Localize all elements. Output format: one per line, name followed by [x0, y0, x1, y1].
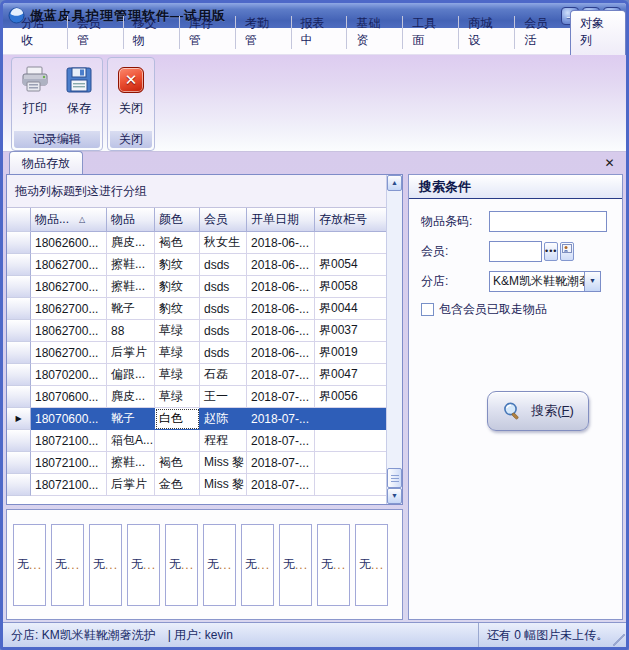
table-row[interactable]: ▶18070600...靴子白色赵陈2018-07-... — [7, 408, 386, 430]
grid-column-header-1[interactable]: 物品...△ — [31, 208, 107, 232]
grid-cell[interactable] — [315, 430, 386, 452]
grid-cell[interactable]: 界0054 — [315, 254, 386, 276]
group-by-band[interactable]: 拖动列标题到这进行分组 — [7, 175, 386, 208]
grid-cell[interactable]: dsds — [200, 298, 247, 320]
chevron-down-icon[interactable]: ▼ — [584, 272, 600, 291]
row-selector[interactable] — [7, 474, 31, 496]
save-button[interactable]: 保存 — [58, 60, 100, 128]
grid-cell[interactable]: 界0047 — [315, 364, 386, 386]
grid-cell[interactable]: 豹纹 — [155, 254, 200, 276]
grid-cell[interactable]: 2018-07-... — [247, 452, 315, 474]
table-row[interactable]: 18062700...靴子豹纹dsds2018-06-...界0044 — [7, 298, 386, 320]
grid-cell[interactable]: 草绿 — [155, 320, 200, 342]
grid-column-header-2[interactable]: 物品 — [107, 208, 155, 232]
grid-cell[interactable]: 麂皮... — [107, 232, 155, 254]
grid-cell[interactable]: 2018-07-... — [247, 386, 315, 408]
ribbon-tab-库存管[interactable]: 库存管 — [179, 11, 235, 54]
close-document-icon[interactable] — [602, 156, 617, 171]
grid-cell[interactable]: 白色 — [155, 408, 200, 430]
scroll-down-icon[interactable]: ▼ — [387, 488, 402, 504]
ribbon-tab-基础资[interactable]: 基础资 — [346, 11, 402, 54]
ribbon-tab-工具面[interactable]: 工具面 — [402, 11, 458, 54]
grid-cell[interactable]: 2018-07-... — [247, 364, 315, 386]
barcode-input[interactable] — [489, 211, 607, 232]
grid-cell[interactable]: 石磊 — [200, 364, 247, 386]
grid-cell[interactable]: 豹纹 — [155, 298, 200, 320]
grid-cell[interactable]: Miss 黎 — [200, 474, 247, 496]
grid-cell[interactable]: 草绿 — [155, 386, 200, 408]
row-selector[interactable] — [7, 386, 31, 408]
row-selector[interactable]: ▶ — [7, 408, 31, 430]
grid-cell[interactable]: 褐色 — [155, 452, 200, 474]
grid-column-header-4[interactable]: 会员 — [200, 208, 247, 232]
grid-cell[interactable]: 18062700... — [31, 276, 107, 298]
grid-cell[interactable]: dsds — [200, 254, 247, 276]
row-selector[interactable] — [7, 452, 31, 474]
table-row[interactable]: 18070600...麂皮...草绿王一2018-07-...界0056 — [7, 386, 386, 408]
include-taken-checkbox[interactable] — [421, 303, 434, 316]
grid-cell[interactable]: 程程 — [200, 430, 247, 452]
grid-cell[interactable]: 赵陈 — [200, 408, 247, 430]
photo-thumbnail[interactable]: 无... — [165, 524, 198, 606]
grid-cell[interactable]: 擦鞋... — [107, 276, 155, 298]
table-row[interactable]: 18062700...88草绿dsds2018-06-...界0037 — [7, 320, 386, 342]
grid-cell[interactable]: 2018-07-... — [247, 408, 315, 430]
grid-cell[interactable]: 褐色 — [155, 232, 200, 254]
grid-cell[interactable]: 麂皮... — [107, 386, 155, 408]
table-row[interactable]: 18072100...后掌片金色Miss 黎2018-07-... — [7, 474, 386, 496]
grid-cell[interactable]: 88 — [107, 320, 155, 342]
grid-cell[interactable]: 18070200... — [31, 364, 107, 386]
table-row[interactable]: 18072100...箱包A...程程2018-07-... — [7, 430, 386, 452]
ribbon-tab-会员活[interactable]: 会员活 — [514, 11, 570, 54]
row-selector[interactable] — [7, 298, 31, 320]
grid-cell[interactable]: 箱包A... — [107, 430, 155, 452]
resize-grip[interactable] — [613, 634, 625, 646]
row-selector[interactable] — [7, 276, 31, 298]
grid-cell[interactable]: 界0058 — [315, 276, 386, 298]
grid-vertical-scrollbar[interactable]: ▲ ▼ — [386, 175, 402, 504]
ribbon-tab-分店收[interactable]: 分店收 — [11, 11, 67, 54]
row-selector[interactable] — [7, 320, 31, 342]
photo-thumbnail[interactable]: 无... — [355, 524, 388, 606]
grid-cell[interactable]: 2018-07-... — [247, 474, 315, 496]
grid-cell[interactable]: 后掌片 — [107, 474, 155, 496]
close-red-button[interactable]: ✕关闭 — [110, 60, 152, 128]
grid-cell[interactable]: 18062600... — [31, 232, 107, 254]
grid-cell[interactable]: 18062700... — [31, 298, 107, 320]
table-row[interactable]: 18062700...后掌片草绿dsds2018-06-...界0019 — [7, 342, 386, 364]
grid-cell[interactable]: 擦鞋... — [107, 254, 155, 276]
row-selector[interactable] — [7, 430, 31, 452]
table-row[interactable]: 18072100...擦鞋...褐色Miss 黎2018-07-... — [7, 452, 386, 474]
photo-thumbnail[interactable]: 无... — [89, 524, 122, 606]
grid-cell[interactable]: 18072100... — [31, 430, 107, 452]
grid-column-header-3[interactable]: 颜色 — [155, 208, 200, 232]
photo-thumbnail[interactable]: 无... — [127, 524, 160, 606]
grid-cell[interactable]: 18062700... — [31, 342, 107, 364]
include-taken-label[interactable]: 包含会员已取走物品 — [439, 301, 547, 318]
search-button[interactable]: 搜索(F) — [487, 391, 589, 431]
grid-cell[interactable]: 靴子 — [107, 408, 155, 430]
row-selector[interactable] — [7, 342, 31, 364]
row-selector[interactable] — [7, 364, 31, 386]
grid-cell[interactable]: 金色 — [155, 474, 200, 496]
grid-cell[interactable] — [315, 232, 386, 254]
row-selector[interactable] — [7, 232, 31, 254]
photo-thumbnail[interactable]: 无... — [241, 524, 274, 606]
grid-cell[interactable] — [315, 452, 386, 474]
photo-thumbnail[interactable]: 无... — [203, 524, 236, 606]
table-row[interactable]: 18062600...麂皮...褐色秋女生2018-06-... — [7, 232, 386, 254]
grid-cell[interactable]: 18072100... — [31, 452, 107, 474]
grid-cell[interactable]: Miss 黎 — [200, 452, 247, 474]
scrollbar-thumb[interactable] — [387, 468, 402, 488]
grid-cell[interactable]: 偏跟... — [107, 364, 155, 386]
member-input[interactable] — [489, 241, 542, 262]
grid-cell[interactable]: 18070600... — [31, 386, 107, 408]
ribbon-tab-会员管[interactable]: 会员管 — [67, 11, 123, 54]
grid-cell[interactable]: 2018-06-... — [247, 254, 315, 276]
grid-cell[interactable]: 18072100... — [31, 474, 107, 496]
grid-cell[interactable]: 草绿 — [155, 364, 200, 386]
grid-cell[interactable]: 后掌片 — [107, 342, 155, 364]
grid-cell[interactable]: 界0056 — [315, 386, 386, 408]
member-lookup-ellipsis-button[interactable]: ••• — [544, 242, 558, 261]
grid-cell[interactable]: 界0037 — [315, 320, 386, 342]
